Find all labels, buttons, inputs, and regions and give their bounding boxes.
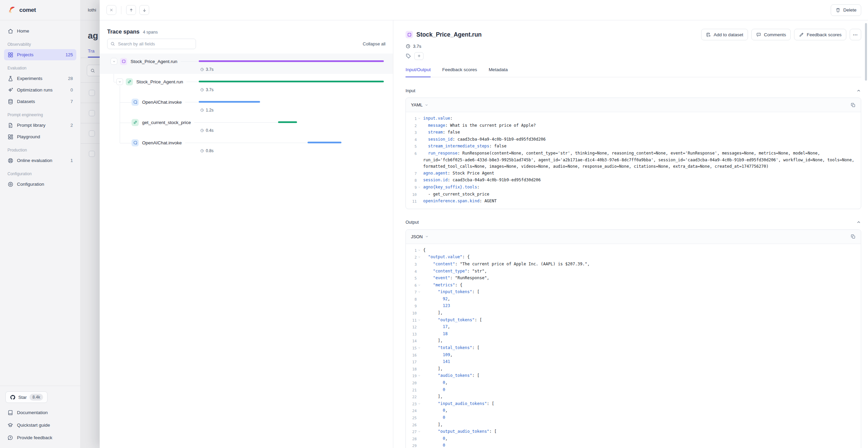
comet-logo[interactable]: comet: [0, 0, 80, 20]
fold-spacer: [417, 261, 421, 268]
button-label: Feedback scores: [807, 32, 842, 37]
home-icon: [7, 28, 14, 34]
fold-chevron-icon[interactable]: [417, 289, 421, 296]
code-content: 92,: [423, 296, 856, 303]
output-format-select[interactable]: JSON: [411, 234, 429, 239]
timeline-connector: [199, 143, 308, 143]
feedback-scores-button[interactable]: Feedback scores: [794, 29, 846, 40]
fold-chevron-icon[interactable]: [417, 254, 421, 261]
sidebar-item-count: 28: [68, 76, 73, 81]
fold-chevron-icon[interactable]: [417, 372, 421, 380]
sidebar-link-label: Quickstart guide: [17, 423, 50, 428]
scrollbar[interactable]: [865, 23, 867, 81]
clock-icon: [200, 108, 204, 112]
code-line: 3 "content": "The current price of Apple…: [409, 261, 856, 268]
star-count-badge: 8.4k: [29, 394, 43, 401]
code-content: ],: [423, 310, 856, 317]
tab-feedback-scores[interactable]: Feedback scores: [442, 67, 477, 77]
sidebar-item-projects[interactable]: Projects125: [4, 49, 76, 60]
fold-chevron-icon[interactable]: [417, 184, 421, 191]
collapse-chevron-button[interactable]: [116, 78, 123, 85]
copy-icon[interactable]: [850, 102, 856, 108]
row-checkbox[interactable]: [89, 130, 95, 137]
sidebar-item-prompt-library[interactable]: Prompt library2: [4, 120, 76, 131]
output-section-header[interactable]: Output: [406, 219, 861, 225]
chevron-up-icon: [856, 88, 861, 93]
line-number: 1: [409, 115, 417, 122]
fold-chevron-icon[interactable]: [417, 282, 421, 289]
line-number: 24: [409, 407, 417, 414]
collapse-chevron-button[interactable]: [111, 58, 117, 65]
fold-chevron-icon[interactable]: [417, 428, 421, 435]
tab-metadata[interactable]: Metadata: [489, 67, 508, 77]
input-format-select[interactable]: YAML: [411, 102, 429, 107]
sidebar-item-experiments[interactable]: Experiments28: [4, 73, 76, 84]
fold-chevron-icon[interactable]: [417, 317, 421, 324]
input-section-header[interactable]: Input: [406, 87, 861, 94]
code-line: 5 "event": "RunResponse",: [409, 275, 856, 282]
sidebar-link-quickstart-guide[interactable]: Quickstart guide: [5, 419, 75, 431]
collapse-all-button[interactable]: Collapse all: [363, 41, 386, 46]
sidebar: comet HomeObservabilityProjects125Evalua…: [0, 0, 81, 448]
sidebar-item-optimization-runs[interactable]: Optimization runs0: [4, 84, 76, 96]
line-number: 21: [409, 387, 417, 394]
fold-spacer: [417, 393, 421, 401]
code-content: ],: [423, 366, 856, 373]
line-number: 27: [409, 428, 417, 435]
delete-label: Delete: [843, 7, 856, 13]
next-trace-button[interactable]: [139, 5, 149, 15]
code-line: 27 "output_audio_tokens": [: [409, 428, 856, 435]
close-icon: [109, 8, 114, 12]
ellipsis-icon: ...: [853, 31, 858, 38]
sidebar-item-playground[interactable]: Playground: [4, 131, 76, 142]
sidebar-item-label: Projects: [17, 52, 62, 57]
add-tag-button[interactable]: [414, 52, 423, 60]
fold-chevron-icon[interactable]: [417, 115, 421, 122]
code-content: "content": "The current price of Apple I…: [423, 261, 856, 268]
row-checkbox[interactable]: [89, 110, 95, 116]
code-content: "output_audio_tokens": [: [423, 428, 856, 435]
span-row-openaichat-invoke[interactable]: OpenAIChat.invoke0.8s: [100, 135, 393, 155]
sidebar-item-home[interactable]: Home: [4, 25, 76, 37]
span-row-stock-price-agent-run[interactable]: Stock_Price_Agent.run3.7s: [100, 74, 393, 94]
row-checkbox[interactable]: [89, 151, 95, 157]
duration-bar: [199, 81, 384, 82]
sidebar-item-online-evaluation[interactable]: Online evaluation1: [4, 155, 76, 166]
fold-chevron-icon[interactable]: [417, 247, 421, 254]
fold-chevron-icon[interactable]: [417, 401, 421, 408]
span-row-get-current-stock-price[interactable]: get_current_stock_price0.4s: [100, 115, 393, 135]
previous-trace-button[interactable]: [126, 5, 136, 15]
tab-input-output[interactable]: Input/Output: [406, 67, 431, 77]
sidebar-link-label: Documentation: [17, 410, 48, 415]
span-search-input[interactable]: [107, 39, 196, 49]
delete-button[interactable]: Delete: [831, 4, 861, 16]
sidebar-link-documentation[interactable]: Documentation: [5, 406, 75, 419]
output-section-label: Output: [406, 220, 419, 225]
trace-spans-panel: Trace spans 4 spans Collapse all Stock_P…: [100, 20, 393, 448]
close-button[interactable]: [106, 5, 116, 15]
row-checkbox[interactable]: [89, 90, 95, 96]
comments-button[interactable]: Comments: [751, 29, 791, 40]
sidebar-item-datasets[interactable]: Datasets7: [4, 96, 76, 107]
format-label: YAML: [411, 102, 422, 107]
github-star-button[interactable]: Star 8.4k: [5, 391, 47, 403]
span-row-openaichat-invoke[interactable]: OpenAIChat.invoke1.2s: [100, 94, 393, 115]
code-line: 10 ],: [409, 310, 856, 317]
code-content: "content_type": "str",: [423, 268, 856, 275]
timeline-track: [199, 78, 384, 86]
more-actions-button[interactable]: ...: [850, 29, 861, 40]
background-search-input: [87, 65, 100, 76]
add-to-dataset-button[interactable]: Add to dataset: [701, 29, 748, 40]
sidebar-link-provide-feedback[interactable]: Provide feedback: [5, 431, 75, 444]
span-row-stock-price-agent-run[interactable]: Stock_Price_Agent.run3.7s: [100, 54, 393, 74]
copy-icon[interactable]: [850, 234, 856, 239]
fold-chevron-icon[interactable]: [417, 345, 421, 352]
trash-icon: [835, 7, 841, 13]
line-number: 4: [409, 268, 417, 275]
sidebar-item-configuration[interactable]: Configuration: [4, 179, 76, 190]
fold-spacer: [417, 150, 421, 170]
code-line: 29 0: [409, 442, 856, 448]
code-content: ],: [423, 393, 856, 401]
line-number: 1: [409, 247, 417, 254]
tag-icon: [406, 53, 411, 59]
